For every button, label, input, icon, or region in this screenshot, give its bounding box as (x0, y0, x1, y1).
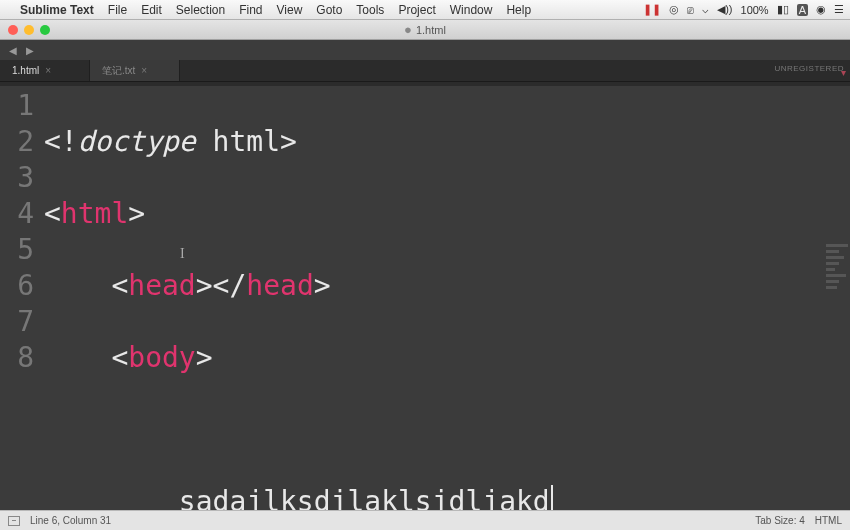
editor[interactable]: 1 2 3 4 5 6 7 8 <!doctype html> <html> <… (0, 86, 850, 510)
traffic-lights (8, 25, 50, 35)
nav-bar: ◀ ▶ (0, 40, 850, 60)
macos-menubar: Sublime Text File Edit Selection Find Vi… (0, 0, 850, 20)
app-name[interactable]: Sublime Text (20, 3, 94, 17)
menu-project[interactable]: Project (398, 3, 435, 17)
line-number: 4 (0, 196, 34, 232)
line-number: 5 (0, 232, 34, 268)
tab-size[interactable]: Tab Size: 4 (755, 515, 804, 526)
maximize-window-button[interactable] (40, 25, 50, 35)
app-a-icon[interactable]: A (797, 4, 808, 16)
line-number: 8 (0, 340, 34, 376)
line-number: 6 (0, 268, 34, 304)
line-number: 1 (0, 88, 34, 124)
window-title-text: 1.html (416, 24, 446, 36)
ibeam-cursor-icon: I (180, 236, 185, 272)
window-title: ● 1.html (404, 23, 446, 36)
minimap[interactable] (826, 172, 848, 232)
statusbar: Line 6, Column 31 Tab Size: 4 HTML (0, 510, 850, 530)
display-icon[interactable]: ⎚ (687, 4, 694, 16)
nav-back-icon[interactable]: ◀ (6, 43, 20, 57)
menu-edit[interactable]: Edit (141, 3, 162, 17)
code-line[interactable]: I (44, 412, 850, 448)
tab-dropdown-icon[interactable]: ▾ (841, 67, 846, 78)
code-line[interactable]: <html> (44, 196, 850, 232)
line-number: 7 (0, 304, 34, 340)
line-number: 2 (0, 124, 34, 160)
menu-goto[interactable]: Goto (316, 3, 342, 17)
line-number: 3 (0, 160, 34, 196)
tab-1-html[interactable]: 1.html × (0, 60, 90, 81)
nav-forward-icon[interactable]: ▶ (23, 43, 37, 57)
menu-help[interactable]: Help (506, 3, 531, 17)
minimize-window-button[interactable] (24, 25, 34, 35)
tab-label: 1.html (12, 65, 39, 76)
tab-notes-txt[interactable]: 笔记.txt × (90, 60, 180, 81)
tab-bar: 1.html × 笔记.txt × UNREGISTERED (0, 60, 850, 82)
code-area[interactable]: <!doctype html> <html> <head></head> <bo… (44, 86, 850, 510)
code-line[interactable]: <!doctype html> (44, 124, 850, 160)
siri-icon[interactable]: ◉ (816, 3, 826, 16)
pause-icon[interactable]: ❚❚ (643, 3, 661, 16)
menu-view[interactable]: View (277, 3, 303, 17)
code-line[interactable]: <head></head> (44, 268, 850, 304)
volume-icon[interactable]: ◀)) (717, 3, 732, 16)
wifi-icon[interactable]: ⌵ (702, 3, 709, 16)
menu-selection[interactable]: Selection (176, 3, 225, 17)
panel-toggle-icon[interactable] (8, 516, 20, 526)
close-tab-icon[interactable]: × (141, 65, 147, 76)
close-tab-icon[interactable]: × (45, 65, 51, 76)
modified-dot-icon: ● (404, 23, 412, 36)
battery-icon[interactable]: ▮▯ (777, 3, 789, 16)
syntax-mode[interactable]: HTML (815, 515, 842, 526)
unregistered-label: UNREGISTERED (774, 64, 844, 73)
menu-file[interactable]: File (108, 3, 127, 17)
window-titlebar[interactable]: ● 1.html (0, 20, 850, 40)
menu-find[interactable]: Find (239, 3, 262, 17)
circle-icon[interactable]: ◎ (669, 3, 679, 16)
menu-tools[interactable]: Tools (356, 3, 384, 17)
close-window-button[interactable] (8, 25, 18, 35)
cursor-position[interactable]: Line 6, Column 31 (30, 515, 111, 526)
menu-window[interactable]: Window (450, 3, 493, 17)
notifications-icon[interactable]: ☰ (834, 3, 844, 16)
battery-text: 100% (741, 4, 769, 16)
tab-label: 笔记.txt (102, 64, 135, 78)
code-line[interactable]: <body> (44, 340, 850, 376)
line-gutter: 1 2 3 4 5 6 7 8 (0, 86, 44, 510)
